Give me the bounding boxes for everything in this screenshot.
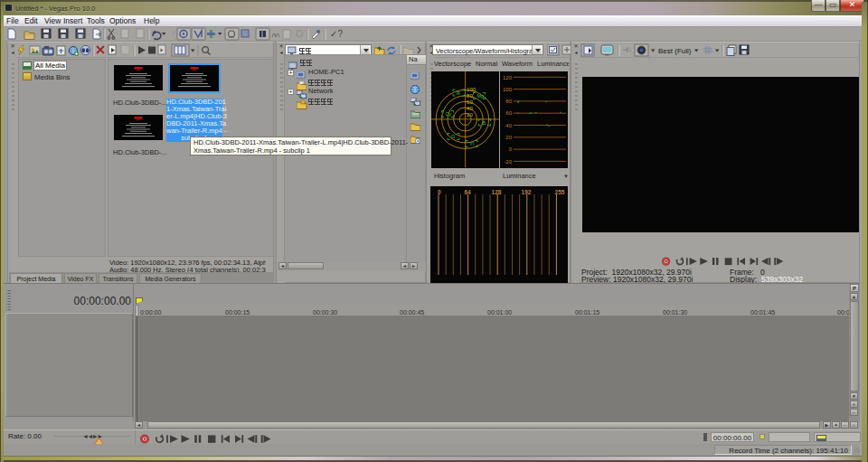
svg-text:60: 60 <box>505 110 512 116</box>
svg-text:-20: -20 <box>504 159 512 165</box>
svg-text:20: 20 <box>505 135 512 140</box>
svg-text:Yl: Yl <box>469 141 474 146</box>
svg-text:128: 128 <box>492 189 502 195</box>
svg-text:100: 100 <box>503 87 513 92</box>
svg-text:Cy: Cy <box>446 111 452 117</box>
svg-text:00:01:00: 00:01:00 <box>487 309 512 316</box>
svg-text:40: 40 <box>467 106 473 111</box>
svg-text:40: 40 <box>505 123 512 128</box>
svg-text:00:01:30: 00:01:30 <box>663 309 687 316</box>
svg-text:60: 60 <box>467 99 473 105</box>
svg-text:80: 80 <box>467 93 473 99</box>
svg-text:00:01:45: 00:01:45 <box>750 309 775 316</box>
svg-text:Mg: Mg <box>477 93 485 99</box>
svg-text:120: 120 <box>503 75 513 80</box>
svg-text:G: G <box>451 134 455 139</box>
svg-text:00:01:15: 00:01:15 <box>575 309 599 316</box>
svg-text:100: 100 <box>467 87 476 92</box>
svg-text:0:00:00: 0:00:00 <box>140 309 161 316</box>
svg-text:00:00:15: 00:00:15 <box>225 309 250 316</box>
svg-text:192: 192 <box>522 189 532 195</box>
svg-text:00:00:45: 00:00:45 <box>400 309 424 316</box>
svg-text:255: 255 <box>555 189 565 195</box>
svg-text:B: B <box>483 120 486 126</box>
svg-text:Best (Full): Best (Full) <box>658 47 692 55</box>
svg-text:00:02:0: 00:02:0 <box>837 309 849 316</box>
svg-text:80: 80 <box>505 99 512 104</box>
svg-text:00:00:30: 00:00:30 <box>313 309 337 316</box>
svg-text:64: 64 <box>464 189 471 195</box>
svg-text:20: 20 <box>467 112 473 118</box>
svg-text:✓?: ✓? <box>330 29 343 39</box>
svg-text:R: R <box>457 90 460 96</box>
svg-text:0: 0 <box>438 189 441 195</box>
